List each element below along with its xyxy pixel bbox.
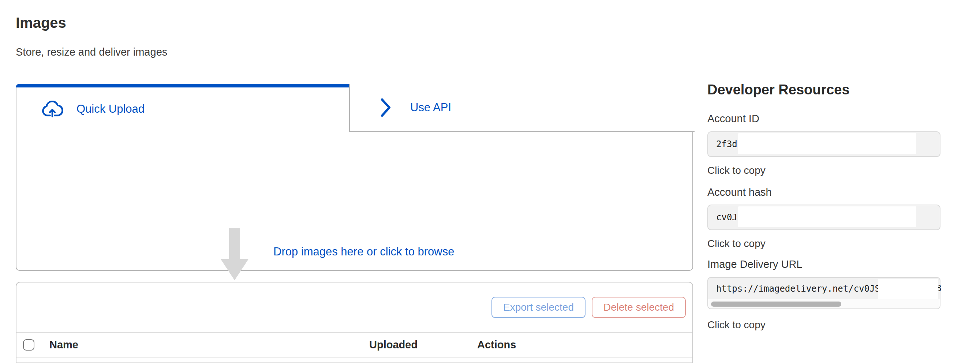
image-delivery-url-value: https://imagedelivery.net/cv0JSj [716, 283, 885, 294]
cloud-upload-icon [41, 100, 64, 118]
clipped-url-character: 3 [938, 283, 942, 294]
copy-hint: Click to copy [707, 319, 765, 331]
page-title: Images [16, 14, 66, 31]
image-delivery-url-label: Image Delivery URL [707, 258, 802, 271]
account-hash-label: Account hash [707, 186, 772, 198]
account-id-value: 2f3d [716, 139, 737, 149]
chevron-right-icon [380, 98, 391, 117]
tab-label: Use API [410, 101, 451, 114]
table-header-row: Name Uploaded Actions [16, 333, 692, 358]
tab-label: Quick Upload [76, 102, 145, 116]
tab-use-api[interactable]: Use API [349, 84, 695, 132]
column-header-actions: Actions [477, 339, 516, 351]
column-header-name: Name [49, 339, 78, 351]
account-id-field[interactable]: 2f3d [707, 131, 940, 157]
upload-panel: Quick Upload Use API Drop images here or… [16, 84, 693, 271]
account-id-label: Account ID [707, 113, 759, 125]
developer-resources-title: Developer Resources [707, 82, 850, 98]
delete-selected-button[interactable]: Delete selected [592, 297, 686, 318]
redaction-overlay [738, 206, 916, 227]
image-dropzone[interactable]: Drop images here or click to browse [17, 132, 692, 269]
url-scrollbar[interactable] [708, 299, 940, 309]
select-all-checkbox[interactable] [23, 339, 34, 350]
arrow-down-icon [221, 228, 248, 280]
redaction-overlay [738, 133, 916, 154]
page-subtitle: Store, resize and deliver images [16, 46, 167, 58]
account-hash-value: cv0J [716, 212, 737, 223]
copy-hint: Click to copy [707, 165, 765, 177]
copy-hint: Click to copy [707, 238, 765, 250]
redaction-overlay [878, 279, 938, 299]
url-scrollbar-thumb[interactable] [711, 301, 841, 307]
export-selected-button[interactable]: Export selected [492, 297, 585, 318]
table-toolbar: Export selected Delete selected [16, 282, 692, 333]
tab-quick-upload[interactable]: Quick Upload [16, 87, 349, 131]
column-header-uploaded: Uploaded [369, 339, 418, 351]
images-table-panel: Export selected Delete selected Name Upl… [16, 282, 693, 363]
image-delivery-url-field[interactable]: https://imagedelivery.net/cv0JSj 3 [707, 277, 940, 309]
dropzone-label: Drop images here or click to browse [274, 245, 454, 258]
account-hash-field[interactable]: cv0J [707, 205, 940, 230]
